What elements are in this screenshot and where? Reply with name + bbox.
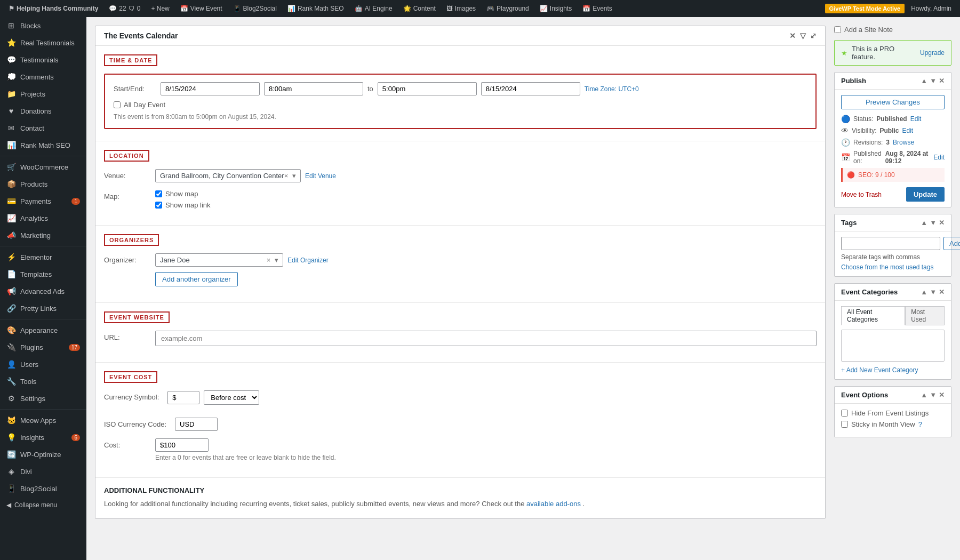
url-input[interactable]	[155, 331, 817, 346]
sidebar-item-divi[interactable]: ◈ Divi	[0, 463, 86, 480]
adminbar-comments[interactable]: 💬 22 🗨 0	[105, 0, 145, 17]
sidebar-item-analytics[interactable]: 📈 Analytics	[0, 210, 86, 227]
sidebar-item-testimonials[interactable]: 💬 Testimonials	[0, 51, 86, 68]
minimize-icon[interactable]: ▽	[800, 31, 806, 40]
event-options-expand-icon[interactable]: ✕	[939, 391, 945, 399]
end-time-input[interactable]	[378, 82, 477, 95]
event-options-up-icon[interactable]: ▲	[921, 391, 927, 399]
tags-collapse-up-icon[interactable]: ▲	[921, 219, 927, 227]
venue-clear-icon[interactable]: ×	[284, 172, 289, 180]
sidebar-item-meow-apps[interactable]: 🐱 Meow Apps	[0, 412, 86, 429]
collapse-menu[interactable]: ◀ Collapse menu	[0, 497, 86, 513]
show-map-link-row[interactable]: Show map link	[155, 201, 817, 209]
organizer-arrow-icon[interactable]: ▾	[275, 256, 278, 264]
adminbar-new[interactable]: + New	[147, 0, 173, 17]
givewp-badge[interactable]: GiveWP Test Mode Active	[825, 4, 905, 13]
sidebar-item-contact[interactable]: ✉ Contact	[0, 119, 86, 137]
sticky-month-view-checkbox[interactable]	[841, 421, 848, 428]
adminbar-blog2social[interactable]: 📱 Blog2Social	[229, 0, 281, 17]
edit-venue-link[interactable]: Edit Venue	[305, 172, 336, 180]
available-addons-link[interactable]: available add-ons	[526, 500, 581, 508]
venue-select[interactable]: Grand Ballroom, City Convention Center ×…	[155, 169, 301, 182]
add-site-note-checkbox[interactable]	[834, 26, 841, 33]
hide-from-listings-checkbox[interactable]	[841, 410, 848, 417]
sidebar-item-templates[interactable]: 📄 Templates	[0, 266, 86, 283]
cost-input[interactable]	[155, 438, 209, 452]
published-edit-link[interactable]: Edit	[933, 154, 945, 161]
organizer-select[interactable]: Jane Doe × ▾	[155, 253, 283, 267]
all-categories-tab[interactable]: All Event Categories	[841, 306, 905, 325]
adminbar-playground[interactable]: 🎮 Playground	[482, 0, 533, 17]
sidebar-item-tools[interactable]: 🔧 Tools	[0, 373, 86, 390]
categories-expand-icon[interactable]: ✕	[939, 288, 945, 296]
sidebar-item-plugins[interactable]: 🔌 Plugins 17	[0, 339, 86, 356]
currency-input[interactable]	[167, 391, 199, 404]
tags-expand-icon[interactable]: ✕	[939, 219, 945, 227]
categories-collapse-up-icon[interactable]: ▲	[921, 288, 927, 296]
update-button[interactable]: Update	[906, 187, 945, 202]
sidebar-item-users[interactable]: 👤 Users	[0, 356, 86, 373]
visibility-edit-link[interactable]: Edit	[902, 127, 913, 134]
sidebar-item-insights[interactable]: 💡 Insights 6	[0, 429, 86, 446]
adminbar-content[interactable]: 🌟 Content	[399, 0, 440, 17]
categories-collapse-down-icon[interactable]: ▼	[930, 288, 937, 296]
sidebar-item-settings[interactable]: ⚙ Settings	[0, 390, 86, 407]
status-edit-link[interactable]: Edit	[910, 115, 922, 123]
sidebar-item-wp-optimize[interactable]: 🔄 WP-Optimize	[0, 446, 86, 463]
close-icon[interactable]: ✕	[789, 31, 796, 40]
sidebar-item-projects[interactable]: 📁 Projects	[0, 85, 86, 102]
preview-changes-button[interactable]: Preview Changes	[841, 95, 945, 109]
publish-collapse-down-icon[interactable]: ▼	[930, 77, 937, 85]
adminbar-events[interactable]: 📅 Events	[578, 0, 617, 17]
edit-organizer-link[interactable]: Edit Organizer	[287, 257, 329, 264]
upgrade-link[interactable]: Upgrade	[920, 49, 945, 57]
adminbar-images[interactable]: 🖼 Images	[442, 0, 480, 17]
move-to-trash-link[interactable]: Move to Trash	[841, 191, 882, 198]
choose-tags-link[interactable]: Choose from the most used tags	[841, 263, 933, 271]
sidebar-item-donations[interactable]: ♥ Donations	[0, 102, 86, 119]
sidebar-item-woocommerce[interactable]: 🛒 WooCommerce	[0, 158, 86, 175]
howdy-label[interactable]: Howdy, Admin	[907, 5, 956, 12]
sticky-help-icon[interactable]: ?	[918, 420, 922, 428]
iso-input[interactable]	[175, 418, 218, 431]
sidebar-item-blocks[interactable]: ⊞ Blocks	[0, 17, 86, 34]
tags-collapse-down-icon[interactable]: ▼	[930, 219, 937, 227]
adminbar-rankmath[interactable]: 📊 Rank Math SEO	[283, 0, 348, 17]
sidebar-item-marketing[interactable]: 📣 Marketing	[0, 227, 86, 244]
start-date-input[interactable]	[161, 82, 260, 95]
show-map-checkbox[interactable]	[155, 190, 162, 197]
show-map-link-checkbox[interactable]	[155, 202, 162, 209]
adminbar-insights[interactable]: 📈 Insights	[535, 0, 576, 17]
event-options-down-icon[interactable]: ▼	[930, 391, 937, 399]
sidebar-item-pretty-links[interactable]: 🔗 Pretty Links	[0, 300, 86, 317]
start-time-input[interactable]	[264, 82, 363, 95]
sidebar-item-appearance[interactable]: 🎨 Appearance	[0, 322, 86, 339]
allday-checkbox[interactable]	[114, 101, 121, 108]
organizer-clear-icon[interactable]: ×	[267, 256, 271, 264]
sidebar-item-products[interactable]: 📦 Products	[0, 175, 86, 193]
browse-revisions-link[interactable]: Browse	[893, 139, 914, 146]
sidebar-item-payments[interactable]: 💳 Payments 1	[0, 193, 86, 210]
publish-collapse-up-icon[interactable]: ▲	[921, 77, 927, 85]
timezone-link[interactable]: Time Zone: UTC+0	[585, 85, 639, 93]
publish-expand-icon[interactable]: ✕	[939, 77, 945, 85]
adminbar-site[interactable]: ⚑ Helping Hands Community	[4, 0, 102, 17]
expand-icon[interactable]: ⤢	[810, 31, 817, 40]
adminbar-ai-engine[interactable]: 🤖 AI Engine	[350, 0, 397, 17]
add-new-category-link[interactable]: + Add New Event Category	[841, 366, 918, 374]
add-organizer-button[interactable]: Add another organizer	[155, 272, 238, 286]
before-cost-select[interactable]: Before cost	[204, 390, 259, 405]
sidebar-item-real-testimonials[interactable]: ⭐ Real Testimonials	[0, 34, 86, 51]
sidebar-item-rankmath[interactable]: 📊 Rank Math SEO	[0, 137, 86, 154]
end-date-input[interactable]	[481, 82, 580, 95]
sidebar-item-blog2social[interactable]: 📱 Blog2Social	[0, 480, 86, 497]
most-used-tab[interactable]: Most Used	[905, 306, 945, 325]
show-map-row[interactable]: Show map	[155, 190, 817, 198]
adminbar-view-event[interactable]: 📅 View Event	[176, 0, 227, 17]
sidebar-item-comments[interactable]: 💭 Comments	[0, 68, 86, 85]
venue-arrow-icon[interactable]: ▾	[292, 172, 296, 180]
sidebar-item-advanced-ads[interactable]: 📢 Advanced Ads	[0, 283, 86, 300]
tags-add-button[interactable]: Add	[943, 237, 960, 250]
sidebar-item-elementor[interactable]: ⚡ Elementor	[0, 249, 86, 266]
tags-input[interactable]	[841, 237, 940, 250]
